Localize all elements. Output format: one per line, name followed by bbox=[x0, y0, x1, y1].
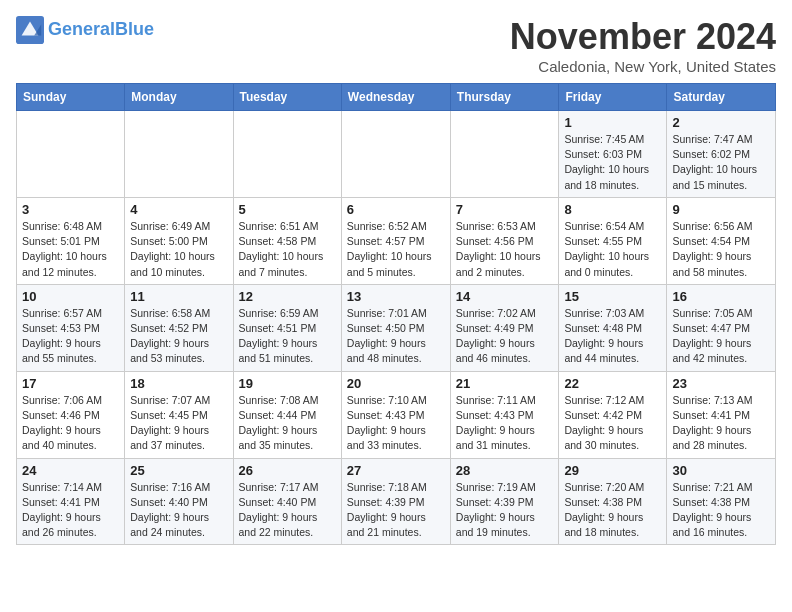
day-number: 20 bbox=[347, 376, 445, 391]
weekday-header-thursday: Thursday bbox=[450, 84, 559, 111]
logo-text: GeneralBlue bbox=[48, 20, 154, 40]
location-subtitle: Caledonia, New York, United States bbox=[510, 58, 776, 75]
calendar-cell: 2Sunrise: 7:47 AM Sunset: 6:02 PM Daylig… bbox=[667, 111, 776, 198]
day-info: Sunrise: 6:49 AM Sunset: 5:00 PM Dayligh… bbox=[130, 219, 227, 280]
calendar-table: SundayMondayTuesdayWednesdayThursdayFrid… bbox=[16, 83, 776, 545]
calendar-cell: 14Sunrise: 7:02 AM Sunset: 4:49 PM Dayli… bbox=[450, 284, 559, 371]
calendar-cell: 3Sunrise: 6:48 AM Sunset: 5:01 PM Daylig… bbox=[17, 197, 125, 284]
day-number: 8 bbox=[564, 202, 661, 217]
day-info: Sunrise: 6:57 AM Sunset: 4:53 PM Dayligh… bbox=[22, 306, 119, 367]
calendar-cell: 4Sunrise: 6:49 AM Sunset: 5:00 PM Daylig… bbox=[125, 197, 233, 284]
day-info: Sunrise: 6:48 AM Sunset: 5:01 PM Dayligh… bbox=[22, 219, 119, 280]
logo: GeneralBlue bbox=[16, 16, 154, 44]
day-number: 24 bbox=[22, 463, 119, 478]
calendar-cell bbox=[125, 111, 233, 198]
logo-line1: General bbox=[48, 19, 115, 39]
calendar-cell: 8Sunrise: 6:54 AM Sunset: 4:55 PM Daylig… bbox=[559, 197, 667, 284]
day-info: Sunrise: 7:02 AM Sunset: 4:49 PM Dayligh… bbox=[456, 306, 554, 367]
day-number: 5 bbox=[239, 202, 336, 217]
day-number: 2 bbox=[672, 115, 770, 130]
day-number: 22 bbox=[564, 376, 661, 391]
day-info: Sunrise: 7:01 AM Sunset: 4:50 PM Dayligh… bbox=[347, 306, 445, 367]
day-number: 12 bbox=[239, 289, 336, 304]
day-number: 25 bbox=[130, 463, 227, 478]
day-info: Sunrise: 7:16 AM Sunset: 4:40 PM Dayligh… bbox=[130, 480, 227, 541]
day-info: Sunrise: 7:21 AM Sunset: 4:38 PM Dayligh… bbox=[672, 480, 770, 541]
calendar-cell: 24Sunrise: 7:14 AM Sunset: 4:41 PM Dayli… bbox=[17, 458, 125, 545]
weekday-header-friday: Friday bbox=[559, 84, 667, 111]
day-info: Sunrise: 7:11 AM Sunset: 4:43 PM Dayligh… bbox=[456, 393, 554, 454]
calendar-cell: 20Sunrise: 7:10 AM Sunset: 4:43 PM Dayli… bbox=[341, 371, 450, 458]
day-info: Sunrise: 7:14 AM Sunset: 4:41 PM Dayligh… bbox=[22, 480, 119, 541]
weekday-header-monday: Monday bbox=[125, 84, 233, 111]
day-number: 18 bbox=[130, 376, 227, 391]
day-number: 4 bbox=[130, 202, 227, 217]
calendar-cell: 26Sunrise: 7:17 AM Sunset: 4:40 PM Dayli… bbox=[233, 458, 341, 545]
calendar-week-row: 1Sunrise: 7:45 AM Sunset: 6:03 PM Daylig… bbox=[17, 111, 776, 198]
calendar-cell bbox=[341, 111, 450, 198]
weekday-header-wednesday: Wednesday bbox=[341, 84, 450, 111]
calendar-cell: 1Sunrise: 7:45 AM Sunset: 6:03 PM Daylig… bbox=[559, 111, 667, 198]
calendar-cell: 23Sunrise: 7:13 AM Sunset: 4:41 PM Dayli… bbox=[667, 371, 776, 458]
calendar-week-row: 3Sunrise: 6:48 AM Sunset: 5:01 PM Daylig… bbox=[17, 197, 776, 284]
calendar-cell bbox=[233, 111, 341, 198]
calendar-cell: 11Sunrise: 6:58 AM Sunset: 4:52 PM Dayli… bbox=[125, 284, 233, 371]
day-info: Sunrise: 7:17 AM Sunset: 4:40 PM Dayligh… bbox=[239, 480, 336, 541]
day-number: 7 bbox=[456, 202, 554, 217]
day-number: 28 bbox=[456, 463, 554, 478]
calendar-body: 1Sunrise: 7:45 AM Sunset: 6:03 PM Daylig… bbox=[17, 111, 776, 545]
day-info: Sunrise: 7:08 AM Sunset: 4:44 PM Dayligh… bbox=[239, 393, 336, 454]
weekday-header-saturday: Saturday bbox=[667, 84, 776, 111]
calendar-cell bbox=[450, 111, 559, 198]
calendar-cell: 21Sunrise: 7:11 AM Sunset: 4:43 PM Dayli… bbox=[450, 371, 559, 458]
day-info: Sunrise: 7:19 AM Sunset: 4:39 PM Dayligh… bbox=[456, 480, 554, 541]
calendar-cell: 16Sunrise: 7:05 AM Sunset: 4:47 PM Dayli… bbox=[667, 284, 776, 371]
day-number: 15 bbox=[564, 289, 661, 304]
calendar-cell: 15Sunrise: 7:03 AM Sunset: 4:48 PM Dayli… bbox=[559, 284, 667, 371]
day-info: Sunrise: 7:06 AM Sunset: 4:46 PM Dayligh… bbox=[22, 393, 119, 454]
calendar-cell: 22Sunrise: 7:12 AM Sunset: 4:42 PM Dayli… bbox=[559, 371, 667, 458]
calendar-header: SundayMondayTuesdayWednesdayThursdayFrid… bbox=[17, 84, 776, 111]
calendar-week-row: 24Sunrise: 7:14 AM Sunset: 4:41 PM Dayli… bbox=[17, 458, 776, 545]
calendar-cell: 28Sunrise: 7:19 AM Sunset: 4:39 PM Dayli… bbox=[450, 458, 559, 545]
calendar-cell: 12Sunrise: 6:59 AM Sunset: 4:51 PM Dayli… bbox=[233, 284, 341, 371]
day-number: 14 bbox=[456, 289, 554, 304]
calendar-week-row: 17Sunrise: 7:06 AM Sunset: 4:46 PM Dayli… bbox=[17, 371, 776, 458]
day-number: 29 bbox=[564, 463, 661, 478]
weekday-header-row: SundayMondayTuesdayWednesdayThursdayFrid… bbox=[17, 84, 776, 111]
calendar-cell: 13Sunrise: 7:01 AM Sunset: 4:50 PM Dayli… bbox=[341, 284, 450, 371]
day-info: Sunrise: 7:18 AM Sunset: 4:39 PM Dayligh… bbox=[347, 480, 445, 541]
calendar-cell: 10Sunrise: 6:57 AM Sunset: 4:53 PM Dayli… bbox=[17, 284, 125, 371]
calendar-cell: 18Sunrise: 7:07 AM Sunset: 4:45 PM Dayli… bbox=[125, 371, 233, 458]
weekday-header-tuesday: Tuesday bbox=[233, 84, 341, 111]
day-number: 21 bbox=[456, 376, 554, 391]
calendar-cell: 27Sunrise: 7:18 AM Sunset: 4:39 PM Dayli… bbox=[341, 458, 450, 545]
weekday-header-sunday: Sunday bbox=[17, 84, 125, 111]
calendar-cell: 17Sunrise: 7:06 AM Sunset: 4:46 PM Dayli… bbox=[17, 371, 125, 458]
calendar-cell: 19Sunrise: 7:08 AM Sunset: 4:44 PM Dayli… bbox=[233, 371, 341, 458]
day-info: Sunrise: 7:07 AM Sunset: 4:45 PM Dayligh… bbox=[130, 393, 227, 454]
day-number: 27 bbox=[347, 463, 445, 478]
title-section: November 2024 Caledonia, New York, Unite… bbox=[510, 16, 776, 75]
day-number: 17 bbox=[22, 376, 119, 391]
day-number: 10 bbox=[22, 289, 119, 304]
day-info: Sunrise: 7:47 AM Sunset: 6:02 PM Dayligh… bbox=[672, 132, 770, 193]
day-info: Sunrise: 7:03 AM Sunset: 4:48 PM Dayligh… bbox=[564, 306, 661, 367]
calendar-week-row: 10Sunrise: 6:57 AM Sunset: 4:53 PM Dayli… bbox=[17, 284, 776, 371]
day-info: Sunrise: 6:56 AM Sunset: 4:54 PM Dayligh… bbox=[672, 219, 770, 280]
logo-icon bbox=[16, 16, 44, 44]
day-info: Sunrise: 6:54 AM Sunset: 4:55 PM Dayligh… bbox=[564, 219, 661, 280]
calendar-cell: 7Sunrise: 6:53 AM Sunset: 4:56 PM Daylig… bbox=[450, 197, 559, 284]
day-number: 13 bbox=[347, 289, 445, 304]
day-number: 3 bbox=[22, 202, 119, 217]
calendar-cell: 6Sunrise: 6:52 AM Sunset: 4:57 PM Daylig… bbox=[341, 197, 450, 284]
logo-line2: Blue bbox=[115, 19, 154, 39]
day-info: Sunrise: 7:20 AM Sunset: 4:38 PM Dayligh… bbox=[564, 480, 661, 541]
day-info: Sunrise: 7:13 AM Sunset: 4:41 PM Dayligh… bbox=[672, 393, 770, 454]
month-title: November 2024 bbox=[510, 16, 776, 58]
calendar-cell: 25Sunrise: 7:16 AM Sunset: 4:40 PM Dayli… bbox=[125, 458, 233, 545]
day-number: 9 bbox=[672, 202, 770, 217]
day-info: Sunrise: 6:52 AM Sunset: 4:57 PM Dayligh… bbox=[347, 219, 445, 280]
day-info: Sunrise: 6:59 AM Sunset: 4:51 PM Dayligh… bbox=[239, 306, 336, 367]
calendar-cell: 5Sunrise: 6:51 AM Sunset: 4:58 PM Daylig… bbox=[233, 197, 341, 284]
